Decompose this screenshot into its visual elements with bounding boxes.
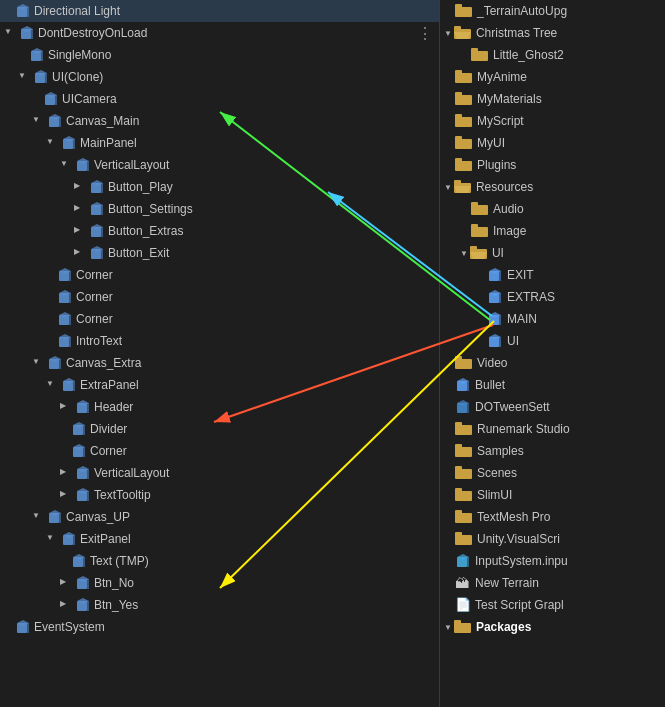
collapse-arrow[interactable]: ▼ [444,183,452,192]
project-item-textmesh[interactable]: TextMesh Pro [440,506,665,528]
expand-arrow[interactable]: ▶ [60,401,72,413]
svg-rect-97 [455,92,462,97]
hierarchy-item-corner-2[interactable]: Corner [0,286,439,308]
svg-rect-145 [455,532,462,537]
project-item-bullet[interactable]: Bullet [440,374,665,396]
svg-marker-35 [101,249,103,259]
hierarchy-item-exit-panel[interactable]: ▼ ExitPanel [0,528,439,550]
hierarchy-item-dont-destroy[interactable]: ▼ DontDestroyOnLoad ⋮ [0,22,439,44]
expand-arrow[interactable]: ▶ [60,467,72,479]
hierarchy-item-btn-no[interactable]: ▶ Btn_No [0,572,439,594]
svg-marker-8 [41,51,43,61]
collapse-arrow[interactable]: ▼ [32,357,44,369]
item-label: Header [94,400,133,414]
hierarchy-item-divider[interactable]: Divider [0,418,439,440]
hierarchy-item-text-tooltip[interactable]: ▶ TextTooltip [0,484,439,506]
project-item-new-terrain[interactable]: 🏔 New Terrain [440,572,665,594]
project-item-plugins[interactable]: Plugins [440,154,665,176]
hierarchy-item-vertical-layout[interactable]: ▼ VerticalLayout [0,154,439,176]
collapse-arrow[interactable]: ▼ [32,511,44,523]
item-label: Corner [90,444,127,458]
expand-arrow[interactable]: ▶ [60,577,72,589]
terrain-icon: 🏔 [455,575,471,591]
project-item-resources[interactable]: ▼ Resources [440,176,665,198]
hierarchy-item-ui-camera[interactable]: UICamera [0,88,439,110]
hierarchy-item-canvas-extra[interactable]: ▼ Canvas_Extra [0,352,439,374]
collapse-arrow[interactable]: ▼ [460,249,468,258]
hierarchy-item-text-tmp[interactable]: Text (TMP) [0,550,439,572]
project-item-video[interactable]: Video [440,352,665,374]
project-item-samples[interactable]: Samples [440,440,665,462]
collapse-arrow[interactable]: ▼ [32,115,44,127]
folder-icon [455,114,473,128]
hierarchy-item-single-mono[interactable]: SingleMono [0,44,439,66]
hierarchy-item-directional-light[interactable]: Directional Light [0,0,439,22]
hierarchy-item-canvas-main[interactable]: ▼ Canvas_Main [0,110,439,132]
collapse-arrow[interactable]: ▼ [46,379,58,391]
project-item-packages[interactable]: ▼ Packages [440,616,665,638]
hierarchy-item-vertical-layout2[interactable]: ▶ VerticalLayout [0,462,439,484]
hierarchy-item-button-exit[interactable]: ▶ Button_Exit [0,242,439,264]
expand-arrow[interactable]: ▶ [60,489,72,501]
expand-arrow[interactable]: ▶ [60,599,72,611]
project-item-main-item[interactable]: MAIN [440,308,665,330]
project-item-runemark[interactable]: Runemark Studio [440,418,665,440]
project-item-dotween[interactable]: DOTweenSett [440,396,665,418]
expand-arrow[interactable]: ▶ [74,247,86,259]
project-item-extras-item[interactable]: EXTRAS [440,286,665,308]
svg-rect-127 [455,356,462,361]
folder-icon [455,466,473,480]
svg-rect-112 [470,246,477,251]
hierarchy-item-corner-3[interactable]: Corner [0,308,439,330]
collapse-arrow[interactable]: ▼ [46,533,58,545]
project-item-slim-ui[interactable]: SlimUI [440,484,665,506]
item-label: VerticalLayout [94,466,169,480]
hierarchy-item-intro-text[interactable]: IntroText [0,330,439,352]
hierarchy-item-button-extras[interactable]: ▶ Button_Extras [0,220,439,242]
svg-rect-110 [471,224,478,229]
folder-icon [471,224,489,238]
project-item-my-ui[interactable]: MyUI [440,132,665,154]
hierarchy-item-corner-4[interactable]: Corner [0,440,439,462]
hierarchy-item-header[interactable]: ▶ Header [0,396,439,418]
project-item-little-ghost[interactable]: Little_Ghost2 [440,44,665,66]
hierarchy-item-ui-clone[interactable]: ▼ UI(Clone) [0,66,439,88]
hierarchy-item-button-settings[interactable]: ▶ Button_Settings [0,198,439,220]
expand-arrow[interactable]: ▶ [74,203,86,215]
project-item-ui-folder[interactable]: ▼ UI [440,242,665,264]
expand-arrow[interactable]: ▶ [74,225,86,237]
hierarchy-item-canvas-up[interactable]: ▼ Canvas_UP [0,506,439,528]
cube-icon [75,399,91,415]
project-item-image[interactable]: Image [440,220,665,242]
hierarchy-item-button-play[interactable]: ▶ Button_Play [0,176,439,198]
project-item-terrain-auto[interactable]: _TerrainAutoUpg [440,0,665,22]
hierarchy-item-corner-1[interactable]: Corner [0,264,439,286]
project-item-christmas-tree[interactable]: ▼ Christmas Tree [440,22,665,44]
folder-icon [455,136,473,150]
project-item-test-script[interactable]: 📄 Test Script Grapl [440,594,665,616]
collapse-arrow[interactable]: ▼ [60,159,72,171]
project-item-my-script[interactable]: MyScript [440,110,665,132]
svg-marker-38 [69,271,71,281]
project-item-visual-script[interactable]: Unity.VisualScri [440,528,665,550]
project-item-ui-item[interactable]: UI [440,330,665,352]
collapse-arrow[interactable]: ▼ [18,71,30,83]
item-label: MainPanel [80,136,137,150]
project-item-input-system[interactable]: InputSystem.inpu [440,550,665,572]
context-menu-button[interactable]: ⋮ [417,24,433,43]
project-item-exit-item[interactable]: EXIT [440,264,665,286]
project-item-audio[interactable]: Audio [440,198,665,220]
collapse-arrow[interactable]: ▼ [46,137,58,149]
collapse-arrow[interactable]: ▼ [4,27,16,39]
collapse-arrow[interactable]: ▼ [444,29,452,38]
hierarchy-item-main-panel[interactable]: ▼ MainPanel [0,132,439,154]
project-item-my-anime[interactable]: MyAnime [440,66,665,88]
svg-rect-108 [471,202,478,207]
project-item-my-materials[interactable]: MyMaterials [440,88,665,110]
expand-arrow[interactable]: ▶ [74,181,86,193]
collapse-arrow[interactable]: ▼ [444,623,452,632]
hierarchy-item-extra-panel[interactable]: ▼ ExtraPanel [0,374,439,396]
project-item-scenes[interactable]: Scenes [440,462,665,484]
hierarchy-item-btn-yes[interactable]: ▶ Btn_Yes [0,594,439,616]
hierarchy-item-event-system[interactable]: EventSystem [0,616,439,638]
